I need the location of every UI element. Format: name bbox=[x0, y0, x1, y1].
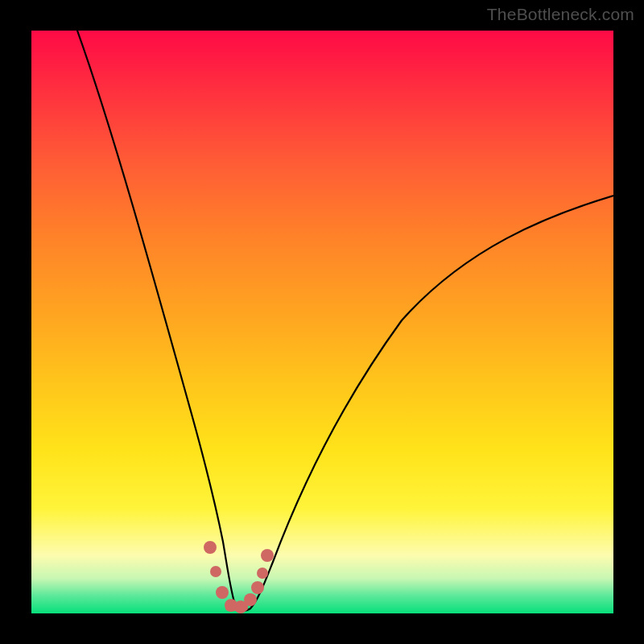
chart-plot-area bbox=[31, 31, 613, 613]
svg-point-8 bbox=[261, 549, 274, 562]
chart-frame: TheBottleneck.com bbox=[0, 0, 644, 644]
highlight-dots bbox=[204, 541, 274, 613]
svg-point-1 bbox=[210, 566, 221, 577]
svg-rect-9 bbox=[225, 604, 248, 611]
bottleneck-chart-svg bbox=[31, 31, 613, 613]
svg-point-6 bbox=[251, 581, 264, 594]
svg-point-0 bbox=[204, 541, 217, 554]
bottleneck-curve bbox=[77, 31, 613, 611]
svg-point-7 bbox=[257, 568, 268, 579]
svg-point-2 bbox=[216, 586, 229, 599]
watermark-text: TheBottleneck.com bbox=[487, 5, 634, 24]
